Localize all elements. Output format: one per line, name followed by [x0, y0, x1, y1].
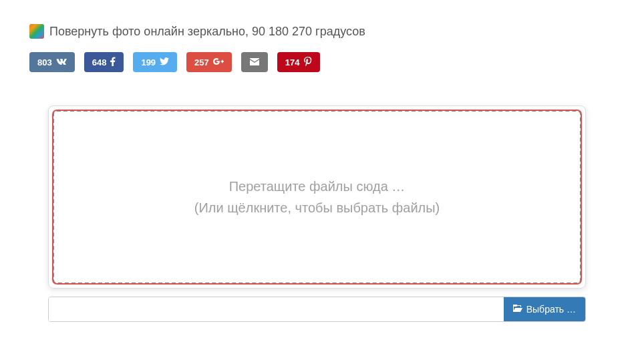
file-dropzone[interactable]: Перетащите файлы сюда … (Или щёлкните, ч… — [53, 110, 581, 284]
social-share-bar: 803 648 199 257 — [29, 52, 605, 72]
tw-count: 199 — [141, 57, 156, 67]
folder-open-icon — [513, 304, 522, 315]
site-logo — [29, 24, 44, 39]
dropzone-line1: Перетащите файлы сюда … — [229, 176, 406, 197]
share-twitter-button[interactable]: 199 — [133, 52, 177, 72]
googleplus-icon — [213, 57, 224, 67]
vk-count: 803 — [37, 57, 52, 67]
file-input-bar: Выбрать … — [48, 297, 586, 322]
mail-icon — [250, 57, 259, 67]
gp-count: 257 — [194, 57, 209, 67]
upload-panel: Перетащите файлы сюда … (Или щёлкните, ч… — [48, 106, 586, 289]
share-email-button[interactable] — [241, 52, 268, 72]
file-path-input[interactable] — [49, 297, 504, 321]
page-header: Повернуть фото онлайн зеркально, 90 180 … — [29, 24, 605, 39]
dropzone-line2: (Или щёлкните, чтобы выбрать файлы) — [194, 197, 440, 218]
fb-count: 648 — [92, 57, 107, 67]
share-pinterest-button[interactable]: 174 — [277, 52, 320, 72]
pin-count: 174 — [285, 57, 300, 67]
vk-icon — [56, 57, 67, 67]
page-title: Повернуть фото онлайн зеркально, 90 180 … — [49, 25, 365, 39]
browse-button[interactable]: Выбрать … — [504, 297, 585, 321]
share-vk-button[interactable]: 803 — [29, 52, 75, 72]
share-facebook-button[interactable]: 648 — [84, 52, 124, 72]
twitter-icon — [160, 57, 169, 67]
facebook-icon — [110, 57, 116, 68]
share-googleplus-button[interactable]: 257 — [186, 52, 232, 72]
pinterest-icon — [304, 57, 312, 68]
browse-label: Выбрать … — [526, 304, 576, 315]
